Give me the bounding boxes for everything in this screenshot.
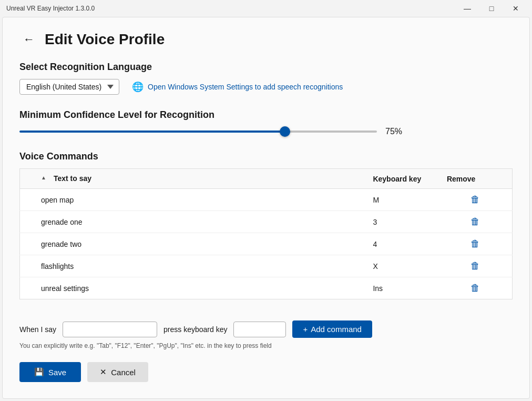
delete-button-0[interactable]: 🗑 <box>470 194 480 205</box>
key-input[interactable] <box>233 322 286 337</box>
cell-key-1: 3 <box>364 211 438 233</box>
voice-commands-label: Voice Commands <box>19 151 513 162</box>
save-icon: 💾 <box>34 367 44 377</box>
open-settings-link[interactable]: 🌐 Open Windows System Settings to add sp… <box>132 81 343 93</box>
save-button[interactable]: 💾 Save <box>19 362 81 382</box>
cell-text-2: grenade two <box>20 233 365 255</box>
maximize-button[interactable]: □ <box>479 0 504 17</box>
sort-arrow-icon: ▲ <box>41 175 49 183</box>
confidence-slider[interactable] <box>19 131 377 133</box>
table-header-row: ▲ Text to say Keyboard key Remove <box>20 169 513 189</box>
language-row: English (United States) English (UK) Fre… <box>19 79 513 95</box>
cell-remove-2: 🗑 <box>438 233 513 255</box>
col-header-remove: Remove <box>438 169 513 189</box>
cell-remove-0: 🗑 <box>438 189 513 211</box>
cancel-button[interactable]: ✕ Cancel <box>87 362 148 382</box>
action-buttons: 💾 Save ✕ Cancel <box>19 360 513 382</box>
voice-commands-section: Voice Commands ▲ Text to say Keyboard ke… <box>19 151 513 299</box>
cell-remove-1: 🗑 <box>438 211 513 233</box>
cell-remove-4: 🗑 <box>438 277 513 299</box>
page-title: Edit Voice Profile <box>45 31 165 48</box>
confidence-value: 75% <box>385 127 409 136</box>
open-settings-label: Open Windows System Settings to add spee… <box>148 83 343 91</box>
language-select[interactable]: English (United States) English (UK) Fre… <box>19 79 119 95</box>
language-section-label: Select Recognition Language <box>19 62 513 73</box>
cancel-x-icon: ✕ <box>100 367 107 377</box>
delete-button-3[interactable]: 🗑 <box>470 260 480 272</box>
cell-key-0: M <box>364 189 438 211</box>
page-header: ← Edit Voice Profile <box>19 30 513 49</box>
cell-key-4: Ins <box>364 277 438 299</box>
confidence-section: Minimum Confidence Level for Recognition… <box>19 109 513 136</box>
col-header-key: Keyboard key <box>364 169 438 189</box>
cell-text-4: unreal settings <box>20 277 365 299</box>
slider-wrapper: 75% <box>19 127 513 136</box>
plus-icon: + <box>303 325 308 334</box>
table-row: unreal settings Ins 🗑 <box>20 277 513 299</box>
close-button[interactable]: ✕ <box>504 0 528 17</box>
table-row: grenade two 4 🗑 <box>20 233 513 255</box>
when-i-say-input[interactable] <box>63 322 157 337</box>
cell-text-3: flashlights <box>20 255 365 277</box>
save-label: Save <box>48 368 66 377</box>
hint-text: You can explicitly write e.g. "Tab", "F1… <box>19 342 513 349</box>
press-keyboard-key-label: press keyboard key <box>163 325 227 334</box>
cell-text-1: grenade one <box>20 211 365 233</box>
window-title: Unreal VR Easy Injector 1.3.0.0 <box>6 5 95 12</box>
delete-button-2[interactable]: 🗑 <box>470 238 480 249</box>
cell-remove-3: 🗑 <box>438 255 513 277</box>
cancel-label: Cancel <box>111 368 136 377</box>
table-row: grenade one 3 🗑 <box>20 211 513 233</box>
cell-text-0: open map <box>20 189 365 211</box>
col-header-text[interactable]: ▲ Text to say <box>20 169 365 189</box>
delete-button-1[interactable]: 🗑 <box>470 216 480 227</box>
add-command-label: Add command <box>311 325 362 334</box>
window-controls: — □ ✕ <box>455 0 528 17</box>
minimize-button[interactable]: — <box>455 0 479 17</box>
cell-key-2: 4 <box>364 233 438 255</box>
back-button[interactable]: ← <box>19 30 38 49</box>
commands-table: ▲ Text to say Keyboard key Remove open m… <box>19 168 513 299</box>
confidence-label: Minimum Confidence Level for Recognition <box>19 109 513 121</box>
add-command-row: When I say press keyboard key + Add comm… <box>19 310 513 342</box>
title-bar: Unreal VR Easy Injector 1.3.0.0 — □ ✕ <box>0 0 532 17</box>
when-i-say-label: When I say <box>19 325 56 334</box>
table-row: flashlights X 🗑 <box>20 255 513 277</box>
globe-icon: 🌐 <box>132 81 144 93</box>
cell-key-3: X <box>364 255 438 277</box>
delete-button-4[interactable]: 🗑 <box>470 283 480 294</box>
add-command-button[interactable]: + Add command <box>292 320 372 338</box>
table-row: open map M 🗑 <box>20 189 513 211</box>
main-content: ← Edit Voice Profile Select Recognition … <box>2 17 530 399</box>
